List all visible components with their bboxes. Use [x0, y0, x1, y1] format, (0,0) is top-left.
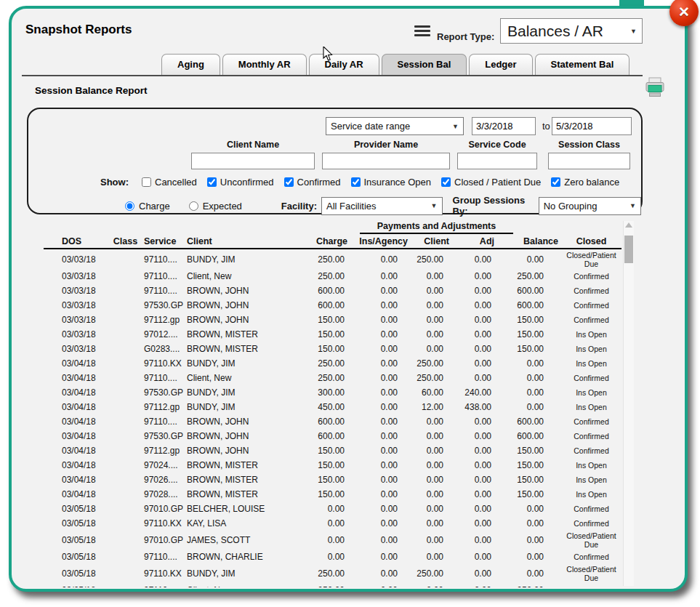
- radio[interactable]: [189, 201, 198, 211]
- col-service[interactable]: Service: [142, 236, 184, 246]
- options-row: ChargeExpected Facility: All Facilities …: [125, 195, 641, 217]
- report-type-select[interactable]: Balances / AR ▼: [500, 18, 643, 44]
- service-code-label: Service Code: [457, 140, 537, 150]
- chevron-down-icon: ▼: [452, 123, 459, 130]
- provider-name-input[interactable]: [322, 153, 450, 169]
- col-closed[interactable]: Closed: [561, 236, 621, 246]
- radio[interactable]: [125, 201, 134, 211]
- to-label: to: [542, 121, 550, 132]
- client-name-label: Client Name: [191, 140, 315, 150]
- facility-select[interactable]: All Facilities ▼: [321, 197, 443, 215]
- tab-divider: [22, 75, 643, 76]
- scrollbar-thumb[interactable]: [624, 236, 633, 263]
- table-row[interactable]: 03/04/1897110....BROWN, JOHN600.000.000.…: [44, 414, 621, 429]
- col-ins-agency[interactable]: Ins/Agency: [347, 236, 409, 246]
- table-row[interactable]: 03/03/18G0283....BROWN, MISTER150.000.00…: [44, 342, 621, 356]
- table-row[interactable]: 03/04/1897026....BROWN, MISTER150.000.00…: [44, 473, 621, 487]
- date-to-input[interactable]: [552, 117, 632, 135]
- checkbox[interactable]: [351, 177, 361, 187]
- session-class-label: Session Class: [548, 140, 630, 150]
- col-balance[interactable]: Balance: [496, 236, 561, 246]
- facility-label: Facility:: [281, 201, 317, 212]
- show-option-zero-balance[interactable]: Zero balance: [551, 177, 619, 188]
- date-from-input[interactable]: [472, 117, 536, 135]
- show-options-row: Show: CancelledUnconfirmedConfirmedInsur…: [100, 177, 619, 188]
- price-option-expected[interactable]: Expected: [189, 201, 242, 212]
- printer-icon: [644, 77, 666, 98]
- table-row[interactable]: 03/05/1897110.KXKAY, LISA0.000.000.000.0…: [44, 516, 621, 531]
- show-option-closed-patient-due[interactable]: Closed / Patient Due: [441, 177, 541, 188]
- table-row[interactable]: 03/04/1897530.GPBROWN, JOHN600.000.000.0…: [44, 429, 621, 443]
- checkbox[interactable]: [441, 177, 451, 187]
- checkbox[interactable]: [284, 177, 294, 187]
- col-charge[interactable]: Charge: [283, 236, 347, 246]
- filter-panel: Service date range ▼ to Client Name Prov…: [27, 108, 643, 214]
- group-sessions-select[interactable]: No Grouping ▼: [539, 197, 641, 215]
- table-row[interactable]: 03/05/1897010.GPBELCHER, LOUISE0.000.000…: [44, 502, 621, 516]
- col-client-pay[interactable]: Client: [409, 236, 449, 246]
- tab-statement-bal[interactable]: Statement Bal: [535, 54, 630, 75]
- provider-name-label: Provider Name: [322, 140, 450, 150]
- checkbox[interactable]: [551, 177, 560, 187]
- chevron-down-icon: ▼: [629, 202, 636, 209]
- table-row[interactable]: 03/05/1897010.GPJAMES, SCOTT0.000.000.00…: [44, 531, 621, 550]
- col-adj[interactable]: Adj: [449, 236, 496, 246]
- table-row[interactable]: 03/03/1897110....BUNDY, JIM250.000.00250…: [44, 250, 621, 269]
- print-button[interactable]: [644, 77, 666, 101]
- chevron-down-icon: ▼: [630, 28, 637, 35]
- col-class[interactable]: Class: [109, 236, 142, 246]
- table-row[interactable]: 03/03/1897110....BROWN, JOHN600.000.000.…: [44, 284, 621, 298]
- table-row[interactable]: 03/04/1897110....Client, New250.000.0025…: [44, 371, 621, 385]
- show-option-cancelled[interactable]: Cancelled: [142, 177, 197, 188]
- scroll-up-icon[interactable]: [625, 222, 632, 228]
- tab-aging[interactable]: Aging: [161, 54, 220, 75]
- page-title: Snapshot Reports: [25, 23, 132, 37]
- tab-session-bal[interactable]: Session Bal: [382, 54, 467, 75]
- table-row[interactable]: 03/04/1897112.gpBROWN, JOHN150.000.000.0…: [44, 443, 621, 458]
- chevron-down-icon: ▼: [431, 202, 438, 209]
- date-range-type-select[interactable]: Service date range ▼: [326, 117, 464, 135]
- checkbox[interactable]: [142, 177, 151, 187]
- menu-icon[interactable]: [414, 25, 430, 39]
- session-class-input[interactable]: [548, 153, 630, 169]
- table-row[interactable]: 03/04/1897110.KXBUNDY, JIM250.000.00250.…: [44, 356, 621, 371]
- table-header-row: DOS Class Service Client Charge Ins/Agen…: [44, 236, 621, 249]
- table-row[interactable]: 03/04/1897530.GPBUNDY, JIM300.000.0060.0…: [44, 385, 621, 400]
- report-type-label: Report Type:: [437, 31, 494, 42]
- group-sessions-label: Group Sessions By:: [453, 195, 534, 217]
- table-row[interactable]: 03/04/1897112.gpBUNDY, JIM450.000.0012.0…: [44, 400, 621, 414]
- show-label: Show:: [100, 177, 129, 188]
- table-scrollbar[interactable]: [623, 221, 634, 586]
- table-body: 03/03/1897110....BUNDY, JIM250.000.00250…: [44, 250, 621, 587]
- snapshot-reports-panel: Snapshot Reports Report Type: Balances /…: [9, 6, 688, 592]
- table-row[interactable]: 03/03/1897012....BROWN, MISTER150.000.00…: [44, 327, 621, 342]
- table-row[interactable]: 03/03/1897112.gpBROWN, JOHN150.000.000.0…: [44, 313, 621, 327]
- col-dos[interactable]: DOS: [44, 236, 109, 246]
- close-icon: ✕: [678, 5, 690, 19]
- table-row[interactable]: 03/03/1897530.GPBROWN, JOHN600.000.000.0…: [44, 298, 621, 313]
- date-range-type-value: Service date range: [331, 121, 410, 132]
- report-tabs: AgingMonthly ARDaily ARSession BalLedger…: [161, 54, 629, 75]
- checkbox[interactable]: [207, 177, 217, 187]
- table-row[interactable]: 03/04/1897028....BROWN, MISTER150.000.00…: [44, 487, 621, 502]
- tab-monthly-ar[interactable]: Monthly AR: [222, 54, 307, 75]
- table-row[interactable]: 03/04/1897024....BROWN, MISTER150.000.00…: [44, 458, 621, 473]
- client-name-input[interactable]: [191, 153, 315, 169]
- col-client[interactable]: Client: [184, 236, 283, 246]
- section-title: Session Balance Report: [35, 85, 148, 96]
- table-row[interactable]: 03/05/1897110.KXBUNDY, JIM250.000.00250.…: [44, 564, 621, 583]
- show-option-confirmed[interactable]: Confirmed: [284, 177, 341, 188]
- show-option-insurance-open[interactable]: Insurance Open: [351, 177, 432, 188]
- show-option-unconfirmed[interactable]: Unconfirmed: [207, 177, 274, 188]
- report-type-value: Balances / AR: [507, 23, 603, 40]
- close-button[interactable]: ✕: [669, 0, 699, 26]
- service-code-input[interactable]: [457, 153, 537, 169]
- table-row[interactable]: 03/03/1897110....Client, New250.000.000.…: [44, 269, 621, 284]
- tab-daily-ar[interactable]: Daily AR: [309, 54, 379, 75]
- table-row[interactable]: 03/05/1897110....BROWN, CHARLIE0.000.000…: [44, 550, 621, 564]
- table-row[interactable]: 03/05/1897110....Client, New250.000.000.…: [44, 583, 621, 587]
- payments-adjustments-header: Payments and Adjustments: [360, 221, 513, 234]
- facility-value: All Facilities: [326, 201, 377, 212]
- tab-ledger[interactable]: Ledger: [469, 54, 532, 75]
- price-option-charge[interactable]: Charge: [125, 201, 170, 212]
